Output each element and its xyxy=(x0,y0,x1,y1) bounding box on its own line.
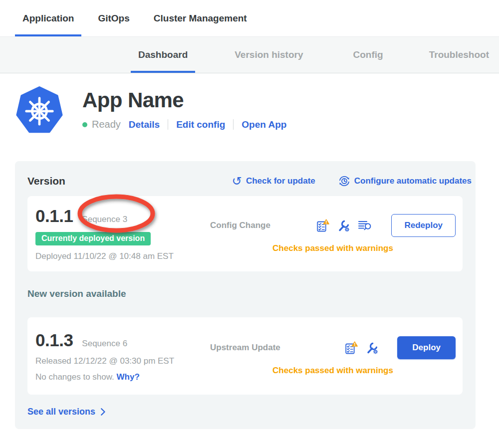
currently-deployed-badge: Currently deployed version xyxy=(35,232,151,245)
configure-updates-label: Configure automatic updates xyxy=(354,176,472,186)
see-all-versions-link[interactable]: See all versions xyxy=(27,407,463,417)
config-wrench-icon[interactable] xyxy=(337,219,350,232)
released-timestamp: Released 12/12/22 @ 03:30 pm EST xyxy=(35,356,210,366)
schedule-icon xyxy=(338,175,350,187)
available-version-number: 0.1.3 xyxy=(35,330,73,350)
why-link[interactable]: Why? xyxy=(117,372,140,382)
page: Application GitOps Cluster Management Da… xyxy=(0,0,499,448)
redeploy-button[interactable]: Redeploy xyxy=(391,214,456,237)
no-changes-line: No changes to show. Why? xyxy=(35,372,210,382)
preflight-checks-icon[interactable] xyxy=(344,341,358,355)
current-source-label: Config Change xyxy=(210,221,270,230)
no-changes-text: No changes to show. xyxy=(35,372,114,382)
tab-troubleshoot[interactable]: Troubleshoot xyxy=(422,37,497,73)
app-status-row: Ready Details Edit config Open App xyxy=(82,119,286,130)
deploy-button[interactable]: Deploy xyxy=(397,336,456,359)
refresh-icon: ↺ xyxy=(232,176,242,186)
top-nav: Application GitOps Cluster Management xyxy=(0,0,499,36)
see-all-versions-label: See all versions xyxy=(27,407,95,417)
details-link[interactable]: Details xyxy=(129,119,160,130)
tab-cluster-management[interactable]: Cluster Management xyxy=(146,0,254,36)
chevron-right-icon xyxy=(100,408,106,416)
app-header: App Name Ready Details Edit config Open … xyxy=(16,86,499,135)
kubernetes-logo-icon xyxy=(16,86,63,135)
current-version-number: 0.1.1 xyxy=(35,206,73,226)
check-for-update-link[interactable]: ↺ Check for update xyxy=(232,176,315,186)
tab-dashboard[interactable]: Dashboard xyxy=(131,37,195,73)
page-title: App Name xyxy=(82,88,286,112)
check-for-update-label: Check for update xyxy=(246,176,315,186)
available-version-card: 0.1.3 Sequence 6 Released 12/12/22 @ 03:… xyxy=(27,317,463,395)
version-panel: Version ↺ Check for update xyxy=(15,161,476,429)
view-files-icon[interactable] xyxy=(358,219,373,232)
tab-config[interactable]: Config xyxy=(346,37,391,73)
config-wrench-icon[interactable] xyxy=(365,341,379,355)
open-app-link[interactable]: Open App xyxy=(242,119,286,130)
current-version-card: 0.1.1 Sequence 3 Currently deployed vers… xyxy=(27,196,463,271)
new-version-heading: New version available xyxy=(27,288,463,299)
tab-application[interactable]: Application xyxy=(15,0,81,36)
available-checks-status: Checks passed with warnings xyxy=(210,366,456,376)
divider xyxy=(233,119,234,130)
preflight-checks-icon[interactable] xyxy=(316,219,329,232)
deployed-timestamp: Deployed 11/10/22 @ 10:48 am EST xyxy=(35,251,210,261)
status-ready-dot xyxy=(82,122,87,127)
edit-config-link[interactable]: Edit config xyxy=(176,119,225,130)
tab-version-history[interactable]: Version history xyxy=(227,37,310,73)
divider xyxy=(168,119,168,130)
sub-nav: Dashboard Version history Config Trouble… xyxy=(0,36,499,73)
available-sequence-label: Sequence 6 xyxy=(82,339,127,349)
tab-gitops[interactable]: GitOps xyxy=(90,0,137,36)
current-checks-status: Checks passed with warnings xyxy=(210,243,456,253)
configure-automatic-updates-link[interactable]: Configure automatic updates xyxy=(338,175,472,187)
current-sequence-label: Sequence 3 xyxy=(82,215,127,224)
status-text: Ready xyxy=(92,119,121,130)
version-panel-title: Version xyxy=(27,175,232,187)
available-source-label: Upstream Update xyxy=(210,343,280,353)
